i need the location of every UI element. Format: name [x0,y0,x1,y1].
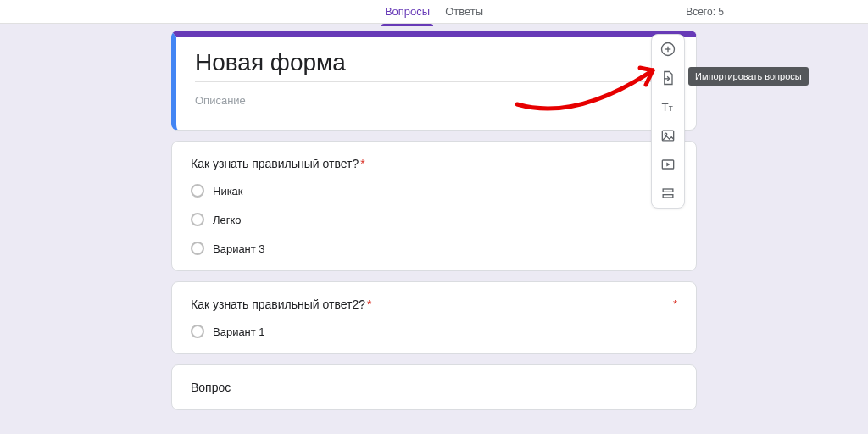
text-icon: TT [659,98,676,115]
radio-icon [191,325,204,338]
form-title-input[interactable]: Новая форма [195,49,677,82]
option-row[interactable]: Легко [191,213,677,226]
required-star: * [360,157,364,170]
radio-icon [191,184,204,198]
add-question-button[interactable] [659,40,677,58]
svg-rect-11 [663,195,673,198]
video-icon [659,156,676,173]
tabs: Вопросы Ответы [385,2,483,21]
option-row[interactable]: Вариант 1 [191,325,677,338]
svg-point-7 [665,133,667,136]
tooltip: Импортировать вопросы [688,67,809,86]
form-canvas: Новая форма Описание Как узнать правильн… [171,31,697,410]
question-card[interactable]: Вопрос [171,364,697,410]
svg-rect-10 [663,189,673,192]
tab-questions[interactable]: Вопросы [385,2,430,21]
radio-icon [191,242,204,255]
import-file-icon [659,70,676,86]
question-card[interactable]: Как узнать правильный ответ?* * Никак Ле… [171,141,697,271]
import-questions-button[interactable] [659,69,677,87]
add-title-button[interactable]: TT [659,97,677,116]
svg-text:T: T [669,104,673,113]
option-label: Никак [213,185,243,198]
form-header-card[interactable]: Новая форма Описание [171,31,697,131]
question-card[interactable]: Как узнать правильный ответ2?* * Вариант… [171,281,697,354]
option-label: Легко [213,214,242,226]
form-description-input[interactable]: Описание [195,94,677,114]
add-image-button[interactable] [659,126,677,145]
required-star: * [367,298,371,311]
tab-answers[interactable]: Ответы [445,2,483,21]
option-label: Вариант 1 [213,326,265,338]
required-star: * [673,298,677,310]
section-icon [659,185,676,202]
svg-marker-9 [666,163,670,167]
plus-circle-icon [659,41,676,58]
add-video-button[interactable] [659,155,677,174]
topbar: Вопросы Ответы Всего: 5 [0,0,868,24]
image-icon [659,127,676,144]
option-row[interactable]: Вариант 3 [191,242,677,255]
option-label: Вариант 3 [213,242,265,255]
add-section-button[interactable] [659,184,677,203]
question-title: Как узнать правильный ответ?* [191,157,365,170]
total-count: Всего: 5 [686,6,724,18]
radio-icon [191,213,204,226]
option-row[interactable]: Никак [191,184,677,198]
question-title: Как узнать правильный ответ2?* [191,298,372,311]
svg-text:T: T [662,101,669,114]
question-title: Вопрос [191,381,677,394]
side-toolbar: TT [651,34,685,209]
